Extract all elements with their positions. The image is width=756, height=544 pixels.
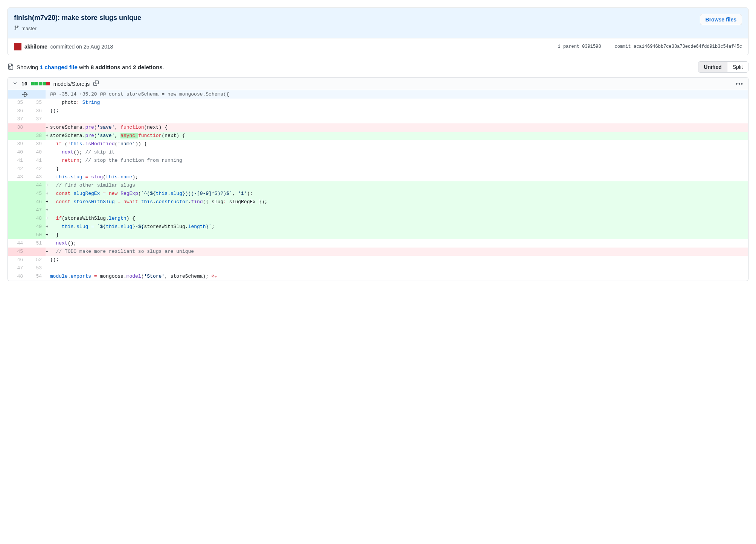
line-num-old[interactable]: 35	[8, 99, 27, 107]
git-branch-icon	[14, 25, 19, 32]
line-marker	[46, 140, 49, 148]
author-link[interactable]: akhilome	[24, 44, 47, 50]
line-num-old[interactable]	[8, 181, 27, 190]
diff-line: 4753	[8, 264, 748, 272]
line-marker: +	[46, 231, 49, 239]
line-num-new[interactable]: 44	[27, 181, 46, 190]
parent-sha[interactable]: 0391598	[582, 44, 601, 49]
line-marker: +	[46, 198, 49, 206]
line-marker	[46, 173, 49, 181]
line-num-new[interactable]: 46	[27, 198, 46, 206]
kebab-icon[interactable]: •••	[736, 81, 744, 87]
line-marker: -	[46, 123, 49, 132]
line-num-new[interactable]: 36	[27, 107, 46, 115]
diff-table: @@ -35,14 +35,20 @@ const storeSchema = …	[8, 90, 748, 281]
split-button[interactable]: Split	[727, 62, 748, 72]
diff-line: 4343 this.slug = slug(this.name);	[8, 173, 748, 181]
code-cell: }	[49, 231, 748, 239]
line-num-old[interactable]: 37	[8, 115, 27, 123]
diff-line: 3939 if (!this.isModified('name')) {	[8, 140, 748, 148]
code-cell: // TODO make more resiliant so slugs are…	[49, 248, 748, 256]
diff-line: 3535 photo: String	[8, 99, 748, 107]
copy-icon[interactable]	[93, 81, 99, 87]
file-diff: 10 models/Store.js ••• @@ -35,14 +35,20 …	[8, 77, 748, 281]
line-num-new[interactable]: 35	[27, 99, 46, 107]
line-num-old[interactable]: 45	[8, 248, 27, 256]
line-num-new[interactable]: 37	[27, 115, 46, 123]
diff-line: 47+	[8, 206, 748, 214]
avatar[interactable]	[14, 43, 21, 50]
changed-files-link[interactable]: 1 changed file	[40, 64, 78, 70]
file-name[interactable]: models/Store.js	[53, 81, 90, 87]
line-num-old[interactable]: 46	[8, 256, 27, 264]
code-cell: });	[49, 256, 748, 264]
code-cell: this.slug = `${this.slug}-${storesWithSl…	[49, 223, 748, 231]
line-num-new[interactable]: 52	[27, 256, 46, 264]
line-num-old[interactable]: 43	[8, 173, 27, 181]
line-marker: +	[46, 206, 49, 214]
line-num-old[interactable]: 44	[8, 239, 27, 248]
line-marker: -	[46, 248, 49, 256]
line-num-new[interactable]: 45	[27, 190, 46, 198]
unified-button[interactable]: Unified	[698, 62, 727, 72]
line-num-new[interactable]: 41	[27, 157, 46, 165]
chevron-down-icon[interactable]	[12, 81, 18, 87]
branch-row: master	[14, 25, 742, 32]
branch-name[interactable]: master	[21, 26, 37, 31]
line-num-new[interactable]: 49	[27, 223, 46, 231]
line-num-new[interactable]: 39	[27, 140, 46, 148]
line-num-new[interactable]: 51	[27, 239, 46, 248]
line-num-old[interactable]	[8, 190, 27, 198]
code-cell	[49, 206, 748, 214]
code-cell: }	[49, 165, 748, 173]
line-num-old[interactable]: 41	[8, 157, 27, 165]
line-num-old[interactable]	[8, 223, 27, 231]
diff-line: 46+ const storesWithSlug = await this.co…	[8, 198, 748, 206]
line-num-new[interactable]: 48	[27, 214, 46, 223]
code-cell	[49, 115, 748, 123]
line-num-new[interactable]: 43	[27, 173, 46, 181]
parent-label: 1 parent	[558, 44, 579, 49]
browse-files-button[interactable]: Browse files	[700, 14, 742, 25]
line-num-old[interactable]	[8, 198, 27, 206]
line-num-new[interactable]: 54	[27, 272, 46, 281]
diff-line: 4141 return; // stop the function from r…	[8, 157, 748, 165]
line-num-old[interactable]	[8, 231, 27, 239]
line-marker	[46, 256, 49, 264]
line-num-old[interactable]	[8, 214, 27, 223]
line-marker	[46, 165, 49, 173]
diff-line: 49+ this.slug = `${this.slug}-${storesWi…	[8, 223, 748, 231]
line-num-old[interactable]: 40	[8, 148, 27, 157]
line-num-new[interactable]: 40	[27, 148, 46, 157]
line-num-old[interactable]: 48	[8, 272, 27, 281]
commit-meta: akhilome committed on 25 Aug 2018 1 pare…	[8, 38, 748, 55]
hunk-text: @@ -35,14 +35,20 @@ const storeSchema = …	[49, 90, 748, 99]
line-num-new[interactable]: 42	[27, 165, 46, 173]
line-num-new[interactable]: 53	[27, 264, 46, 272]
line-num-new[interactable]: 50	[27, 231, 46, 239]
diff-line: 38-storeSchema.pre('save', function(next…	[8, 123, 748, 132]
line-num-old[interactable]: 36	[8, 107, 27, 115]
code-cell: next();	[49, 239, 748, 248]
diff-line: 45+ const slugRegEx = new RegExp(`^(${th…	[8, 190, 748, 198]
code-cell: photo: String	[49, 99, 748, 107]
line-num-new[interactable]	[27, 123, 46, 132]
expand-icon[interactable]	[8, 90, 46, 99]
diff-line: 4040 next(); // skip it	[8, 148, 748, 157]
line-num-old[interactable]: 38	[8, 123, 27, 132]
diff-line: 4451 next();	[8, 239, 748, 248]
line-num-old[interactable]: 47	[8, 264, 27, 272]
line-num-new[interactable]	[27, 248, 46, 256]
code-cell: });	[49, 107, 748, 115]
file-header: 10 models/Store.js •••	[8, 77, 748, 90]
file-diff-icon[interactable]	[8, 64, 14, 71]
line-num-old[interactable]	[8, 206, 27, 214]
line-num-new[interactable]: 38	[27, 132, 46, 140]
code-cell: storeSchema.pre('save', function(next) {	[49, 123, 748, 132]
line-num-old[interactable]	[8, 132, 27, 140]
line-num-old[interactable]: 42	[8, 165, 27, 173]
line-marker	[46, 148, 49, 157]
code-cell: storeSchema.pre('save', async function(n…	[49, 132, 748, 140]
line-num-old[interactable]: 39	[8, 140, 27, 148]
line-num-new[interactable]: 47	[27, 206, 46, 214]
